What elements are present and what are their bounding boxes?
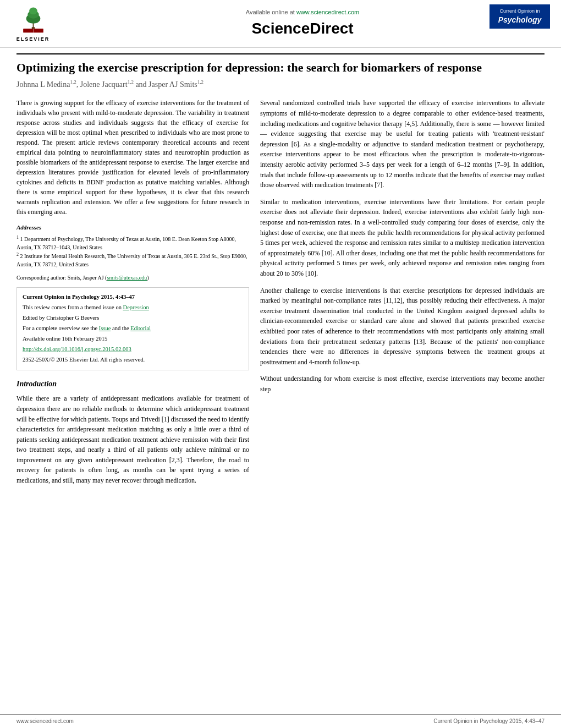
article-authors: Johnna L Medina1,2, Jolene Jacquart1,2 a… — [16, 79, 544, 90]
footer-right: Current Opinion in Psychology 2015, 4:43… — [433, 718, 544, 725]
journal-badge: Current Opinion in Psychology — [490, 4, 550, 29]
sciencedirect-brand: ScienceDirect — [55, 18, 550, 39]
edited-by-line: Edited by Christopher G Beevers — [23, 313, 243, 324]
footer: www.sciencedirect.com Current Opinion in… — [0, 714, 561, 728]
right-paragraph2: Similar to medication interventions, exe… — [260, 197, 544, 279]
email-link[interactable]: smits@utexas.edu — [107, 275, 147, 281]
header-center: Available online at www.sciencedirect.co… — [55, 8, 550, 40]
right-column: Several randomized controlled trials hav… — [260, 98, 544, 492]
author3-connector: and Jasper AJ Smits — [134, 80, 197, 89]
themed-issue-line: This review comes from a themed issue on… — [23, 303, 243, 313]
elsevier-tree-icon — [18, 4, 48, 35]
available-online-line: Available online 16th February 2015 — [23, 334, 243, 344]
article-title: Optimizing the exercise prescription for… — [16, 53, 544, 76]
address1: 1 1 Department of Psychology, The Univer… — [16, 234, 249, 251]
journal-badge-line2: Psychology — [495, 15, 544, 26]
overview-line: For a complete overview see the Issue an… — [23, 324, 243, 334]
available-online-text: Available online at www.sciencedirect.co… — [55, 8, 550, 17]
copyright-line: 2352-250X/© 2015 Elsevier Ltd. All right… — [23, 355, 243, 365]
header: ELSEVIER Available online at www.science… — [0, 0, 561, 48]
introduction-paragraph1: While there are a variety of antidepress… — [16, 393, 249, 485]
doi-link[interactable]: http://dx.doi.org/10.1016/j.copsyc.2015.… — [23, 346, 131, 352]
elsevier-logo: ELSEVIER — [11, 4, 55, 43]
info-box: Current Opinion in Psychology 2015, 4:43… — [16, 287, 249, 370]
doi-line: http://dx.doi.org/10.1016/j.copsyc.2015.… — [23, 344, 243, 355]
elsevier-label: ELSEVIER — [16, 36, 50, 43]
author1-name: Johnna L Medina — [16, 80, 70, 89]
issue-link[interactable]: Issue — [99, 325, 111, 331]
right-paragraph4: Without understanding for whom exercise … — [260, 374, 544, 394]
page: ELSEVIER Available online at www.science… — [0, 0, 561, 728]
themed-topic[interactable]: Depression — [123, 304, 149, 310]
right-paragraph3: Another challenge to exercise interventi… — [260, 286, 544, 368]
footer-left: www.sciencedirect.com — [16, 718, 74, 725]
introduction-title: Introduction — [16, 379, 249, 390]
corresponding-author: Corresponding author: Smits, Jasper AJ (… — [16, 274, 249, 282]
author1-sup: 1,2 — [70, 79, 76, 85]
author2-sup: 1,2 — [128, 79, 134, 85]
two-col-layout: There is growing support for the efficac… — [16, 98, 544, 492]
abstract-text: There is growing support for the efficac… — [16, 98, 249, 217]
addresses-text: 1 1 Department of Psychology, The Univer… — [16, 234, 249, 269]
address2: 2 2 Institute for Mental Health Research… — [16, 251, 249, 269]
journal-badge-line1: Current Opinion in — [495, 8, 544, 15]
addresses-title: Addresses — [16, 223, 249, 232]
svg-point-4 — [29, 8, 37, 15]
main-content: Optimizing the exercise prescription for… — [0, 48, 561, 714]
journal-line: Current Opinion in Psychology 2015, 4:43… — [23, 292, 243, 303]
left-column: There is growing support for the efficac… — [16, 98, 249, 492]
author2-connector: , Jolene Jacquart — [76, 80, 128, 89]
editorial-link[interactable]: Editorial — [130, 325, 151, 331]
right-paragraph1: Several randomized controlled trials hav… — [260, 98, 544, 190]
addresses-section: Addresses 1 1 Department of Psychology, … — [16, 223, 249, 269]
website-link[interactable]: www.sciencedirect.com — [296, 9, 359, 15]
author3-sup: 1,2 — [197, 79, 204, 85]
